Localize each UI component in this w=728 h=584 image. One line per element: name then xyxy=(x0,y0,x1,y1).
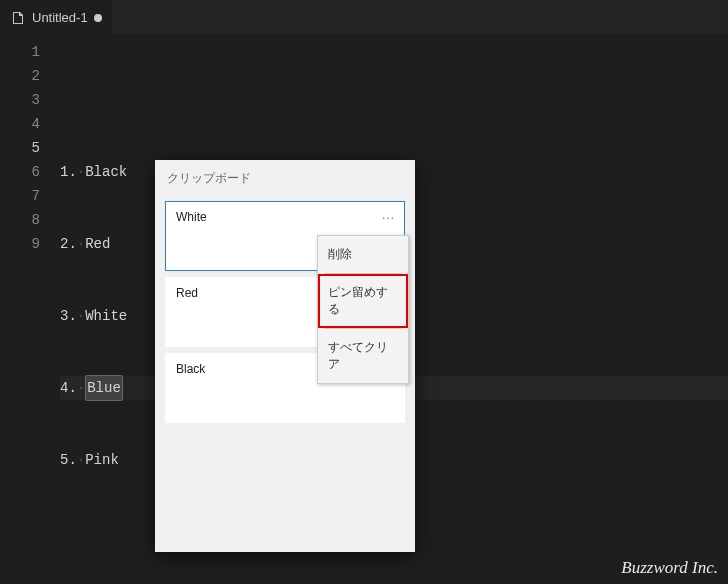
clipboard-entry-text: White xyxy=(176,210,207,224)
line-number: 1 xyxy=(0,40,60,64)
clipboard-entry-text: Black xyxy=(176,362,205,376)
line-number: 5 xyxy=(0,136,60,160)
tab-title: Untitled-1 xyxy=(32,10,88,25)
file-icon xyxy=(10,10,26,26)
menu-item-delete[interactable]: 削除 xyxy=(318,236,408,273)
line-number: 7 xyxy=(0,184,60,208)
line-number-gutter: 1 2 3 4 5 6 7 8 9 xyxy=(0,34,60,584)
watermark: Buzzword Inc. xyxy=(621,558,718,578)
line-number: 3 xyxy=(0,88,60,112)
clipboard-entry-more-icon[interactable]: … xyxy=(381,206,396,222)
menu-item-clear-all[interactable]: すべてクリア xyxy=(318,329,408,383)
menu-item-pin[interactable]: ピン留めする xyxy=(318,274,408,328)
caret-selection: Blue xyxy=(85,375,123,401)
clipboard-panel-title: クリップボード xyxy=(155,160,415,195)
tab-untitled[interactable]: Untitled-1 xyxy=(0,0,112,34)
clipboard-entry-text: Red xyxy=(176,286,198,300)
line-number: 8 xyxy=(0,208,60,232)
tab-bar: Untitled-1 xyxy=(0,0,728,34)
line-number: 9 xyxy=(0,232,60,256)
modified-indicator-icon xyxy=(94,14,102,22)
code-line xyxy=(60,88,728,112)
line-number: 2 xyxy=(0,64,60,88)
line-number: 6 xyxy=(0,160,60,184)
clipboard-context-menu: 削除 ピン留めする すべてクリア xyxy=(317,235,409,384)
line-number: 4 xyxy=(0,112,60,136)
